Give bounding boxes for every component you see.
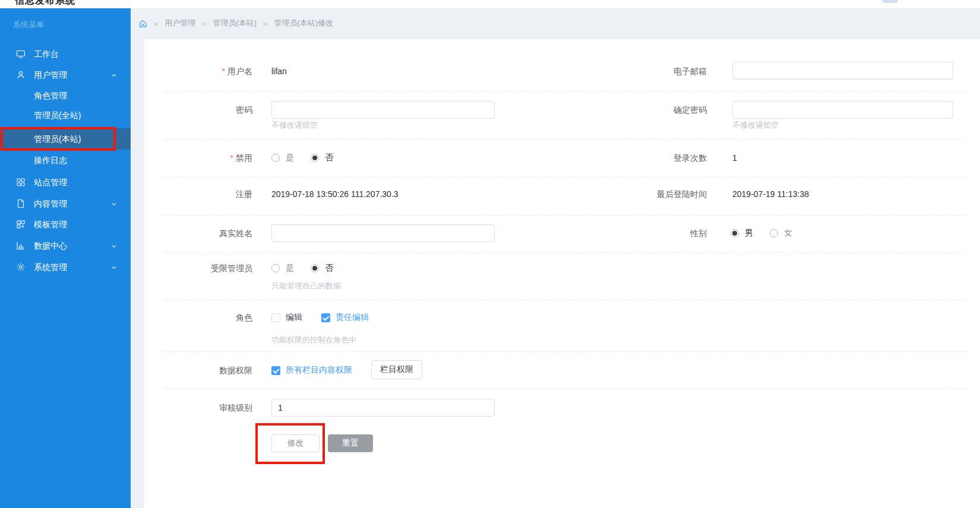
disabled-yes-radio[interactable]: 是 [271, 153, 294, 163]
radio-icon [311, 264, 319, 272]
data-permission-label: 数据权限 [146, 364, 252, 376]
sidebar-item-template-management[interactable]: 模板管理 [0, 218, 131, 230]
submit-button[interactable]: 修改 [271, 434, 320, 452]
sidebar-item-site-management[interactable]: 站点管理 [0, 176, 131, 188]
sidebar [0, 8, 131, 508]
real-name-label: 真实姓名 [146, 227, 252, 239]
gender-female-radio[interactable]: 女 [770, 228, 792, 239]
chevron-down-icon [110, 263, 118, 271]
radio-icon [271, 264, 280, 272]
confirm-password-input[interactable] [732, 101, 953, 119]
limited-admin-no-radio[interactable]: 否 [311, 263, 333, 274]
data-permission-checkbox-group: 所有栏目内容权限 [271, 364, 371, 376]
sidebar-item-role-management[interactable]: 角色管理 [0, 90, 131, 101]
breadcrumb-admin-site[interactable]: 管理员(本站) [213, 18, 257, 28]
checkbox-icon [271, 313, 280, 322]
confirm-password-label: 确定密码 [600, 104, 707, 116]
checkbox-checked-icon [321, 313, 330, 322]
row-divider [163, 351, 965, 352]
limited-admin-radio-group: 是 否 [271, 262, 350, 274]
role-label: 角色 [146, 312, 252, 323]
registered-label: 注册 [146, 188, 252, 200]
row-divider [163, 300, 965, 300]
radio-icon [271, 154, 280, 162]
sidebar-section-title: 系统菜单 [13, 21, 120, 29]
chevron-up-icon [110, 71, 118, 78]
disabled-no-radio[interactable]: 否 [311, 153, 333, 163]
chevron-down-icon [110, 200, 118, 207]
reset-button[interactable]: 重置 [328, 434, 373, 452]
template-icon [16, 220, 26, 229]
gear-icon [16, 262, 26, 272]
registered-value: 2019-07-18 13:50:26 111.207.30.3 [271, 188, 399, 200]
sidebar-item-user-management[interactable]: 用户管理 [0, 69, 131, 81]
radio-icon [311, 154, 319, 162]
limited-admin-hint: 只能管理自己的数据 [271, 281, 341, 291]
username-value: lifan [271, 65, 287, 77]
password-input[interactable] [271, 101, 495, 119]
grid-icon [16, 177, 26, 187]
limited-admin-label: 受限管理员 [146, 262, 252, 274]
row-divider [163, 138, 965, 139]
sidebar-item-data-center[interactable]: 数据中心 [0, 240, 131, 252]
role-chief-editor-checkbox[interactable]: 责任编辑 [321, 312, 369, 323]
top-bar: 信息发布系统 [0, 0, 980, 8]
breadcrumb-current-page: 管理员(本站)修改 [274, 18, 333, 28]
admin-page: 信息发布系统 系统菜单 工作台 用户管理 角色管理 管理员(全站) 管理员(本站… [0, 0, 980, 508]
email-input[interactable] [732, 62, 953, 80]
column-permission-button[interactable]: 栏目权限 [371, 360, 422, 379]
role-editor-checkbox[interactable]: 编辑 [271, 312, 302, 323]
sidebar-item-operation-log[interactable]: 操作日志 [0, 154, 131, 166]
row-divider [163, 252, 965, 253]
bar-chart-icon [16, 241, 26, 250]
sidebar-item-admin-global[interactable]: 管理员(全站) [0, 109, 131, 121]
user-icon [16, 70, 26, 80]
breadcrumb-user-management[interactable]: 用户管理 [165, 18, 195, 28]
real-name-input[interactable] [271, 224, 495, 242]
row-divider [163, 215, 965, 215]
role-checkbox-group: 编辑 责任编辑 [271, 312, 388, 323]
user-avatar-icon[interactable] [883, 0, 898, 3]
document-icon [16, 199, 26, 208]
gender-radio-group: 男 女 [731, 227, 809, 239]
checkbox-checked-icon [271, 366, 280, 375]
review-level-input[interactable] [271, 399, 495, 417]
gender-male-radio[interactable]: 男 [731, 228, 753, 239]
sidebar-item-content-management[interactable]: 内容管理 [0, 198, 131, 209]
breadcrumb: » 用户管理 » 管理员(本站) » 管理员(本站)修改 [138, 18, 333, 28]
limited-admin-yes-radio[interactable]: 是 [271, 263, 294, 274]
password-label: 密码 [146, 104, 252, 116]
monitor-icon [16, 49, 26, 59]
row-divider [163, 91, 965, 91]
last-login-value: 2019-07-19 11:13:38 [732, 188, 809, 200]
username-label: *用户名 [146, 65, 252, 77]
radio-icon [731, 229, 739, 237]
all-columns-permission-checkbox[interactable]: 所有栏目内容权限 [271, 365, 352, 376]
chevron-down-icon [110, 242, 118, 249]
email-label: 电子邮箱 [600, 65, 707, 77]
disabled-radio-group: 是 否 [271, 152, 350, 164]
row-divider [163, 389, 965, 389]
review-level-label: 审核级别 [146, 402, 252, 414]
password-hint: 不修改请留空 [271, 120, 318, 130]
role-hint: 功能权限的控制在角色中 [271, 335, 356, 345]
system-title: 信息发布系统 [15, 0, 75, 7]
confirm-password-hint: 不修改请留空 [732, 120, 779, 130]
home-icon[interactable] [138, 19, 147, 28]
radio-icon [770, 229, 778, 237]
disabled-label: *禁用 [146, 152, 252, 164]
sidebar-item-admin-site[interactable]: 管理员(本站) [0, 133, 131, 145]
sidebar-item-workbench[interactable]: 工作台 [0, 48, 131, 60]
login-count-label: 登录次数 [600, 152, 707, 164]
row-divider [163, 177, 965, 177]
login-count-value: 1 [732, 152, 737, 164]
sidebar-item-system-management[interactable]: 系统管理 [0, 261, 131, 273]
gender-label: 性别 [600, 227, 707, 239]
last-login-label: 最后登陆时间 [600, 188, 707, 200]
